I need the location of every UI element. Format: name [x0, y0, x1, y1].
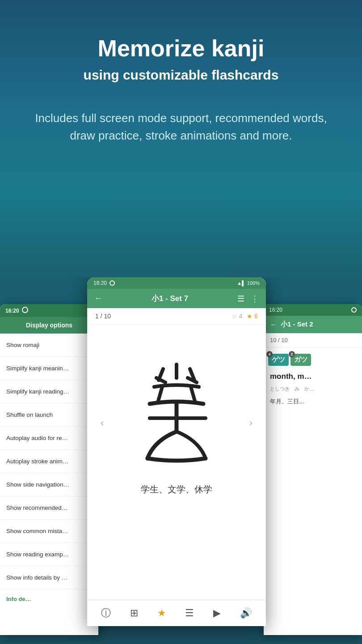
grid-nav-icon[interactable]: ⊞: [130, 607, 138, 619]
right-back-button[interactable]: ←: [270, 321, 277, 329]
settings-item-recommended[interactable]: Show recommended…: [0, 496, 98, 520]
left-status-icon: [22, 307, 28, 314]
center-status-bar: 16:20 ▲▌ 100%: [87, 277, 266, 289]
kanji-examples: 学生、文学、休学: [141, 483, 212, 496]
sound-nav-icon[interactable]: 🔊: [240, 607, 252, 619]
right-reading: としつき み か…: [264, 385, 362, 396]
word-chips: 4 ゲツ 2 ガツ: [264, 347, 362, 369]
right-meaning: month, m…: [264, 369, 362, 385]
right-status-bar: 16:20: [264, 304, 362, 316]
settings-item-autoplay-stroke[interactable]: Autoplay stroke anim…: [0, 450, 98, 473]
chip-gatsu-num: 2: [289, 351, 295, 357]
hero-section: Memorize kanji using customizable flashc…: [0, 0, 362, 277]
right-toolbar-title: 小1 - Set 2: [281, 320, 313, 329]
settings-item-simplify-meaning[interactable]: Simplify kanji meanin…: [0, 357, 98, 380]
chip-gatsu: 2 ガツ: [290, 354, 311, 366]
hero-description: Includes full screen mode support, recom…: [29, 110, 333, 144]
settings-header: Display options: [0, 317, 98, 334]
battery-icon: 100%: [247, 280, 260, 286]
list-icon[interactable]: ☰: [237, 294, 244, 304]
settings-item-simplify-reading[interactable]: Simplify kanji reading…: [0, 380, 98, 403]
center-toolbar: ← 小1 - Set 7 ☰ ⋮: [87, 289, 266, 308]
left-status-bar: 16:20: [0, 304, 98, 317]
chip-getsu-num: 4: [266, 351, 273, 357]
bottom-nav-bar: ⓘ ⊞ ★ ☰ ▶ 🔊: [87, 600, 266, 626]
settings-item-reading-examples[interactable]: Show reading examp…: [0, 543, 98, 566]
hero-subtitle: using customizable flashcards: [84, 68, 279, 83]
play-nav-icon[interactable]: ▶: [213, 607, 221, 619]
kanji-character-svg: [114, 351, 239, 476]
back-button[interactable]: ←: [94, 294, 102, 303]
card-meta: 1 / 10 ☆ 4 ★ 6: [87, 308, 266, 325]
right-toolbar: ← 小1 - Set 2: [264, 316, 362, 333]
prev-card-button[interactable]: ‹: [96, 413, 108, 433]
phones-showcase: 16:20 Display options Show romaji Simpli…: [0, 277, 362, 644]
settings-item-romaji[interactable]: Show romaji: [0, 334, 98, 357]
left-time: 16:20: [5, 308, 19, 314]
toolbar-icons: ☰ ⋮: [237, 294, 259, 304]
chip-getsu: 4 ゲツ: [268, 354, 289, 366]
settings-item-info-details[interactable]: Show info details by …: [0, 566, 98, 589]
empty-stars[interactable]: ☆ 4: [232, 313, 243, 320]
settings-item-autoplay-audio[interactable]: Autoplay audio for re…: [0, 427, 98, 450]
card-stars: ☆ 4 ★ 6: [232, 313, 258, 320]
filled-stars[interactable]: ★ 6: [247, 313, 258, 320]
phone-left: 16:20 Display options Show romaji Simpli…: [0, 304, 98, 635]
settings-item-shuffle[interactable]: Shuffle on launch: [0, 403, 98, 427]
more-icon[interactable]: ⋮: [251, 294, 259, 304]
star-nav-icon[interactable]: ★: [157, 607, 166, 619]
settings-list: Show romaji Simplify kanji meanin… Simpl…: [0, 334, 98, 589]
info-nav-icon[interactable]: ⓘ: [101, 606, 111, 620]
toolbar-title: 小1 - Set 7: [109, 293, 231, 304]
phone-right: 16:20 ← 小1 - Set 2 10 / 10 4 ゲツ 2 ガツ mon…: [264, 304, 362, 635]
settings-item-side-nav[interactable]: Show side navigation…: [0, 473, 98, 496]
wifi-icon: ▲▌: [237, 280, 245, 286]
next-card-button[interactable]: ›: [245, 413, 257, 433]
right-examples: 年月、三日…: [264, 396, 362, 407]
phone-center: 16:20 ▲▌ 100% ← 小1 - Set 7 ☰ ⋮ 1 / 10 ☆ …: [87, 277, 266, 626]
kanji-display: 学生、文学、休学: [108, 351, 244, 496]
hero-title: Memorize kanji: [98, 36, 265, 61]
center-time: 16:20: [93, 280, 107, 286]
settings-item-common-mistakes[interactable]: Show common mista…: [0, 520, 98, 543]
right-time: 16:20: [269, 307, 282, 313]
right-card-meta: 10 / 10: [264, 333, 362, 347]
center-status-icons: ▲▌ 100%: [237, 280, 260, 286]
flashcard-area: ‹: [87, 325, 266, 521]
card-position: 1 / 10: [95, 313, 111, 320]
settings-footer: Info de…: [0, 589, 98, 609]
list-nav-icon[interactable]: ☰: [185, 607, 194, 619]
